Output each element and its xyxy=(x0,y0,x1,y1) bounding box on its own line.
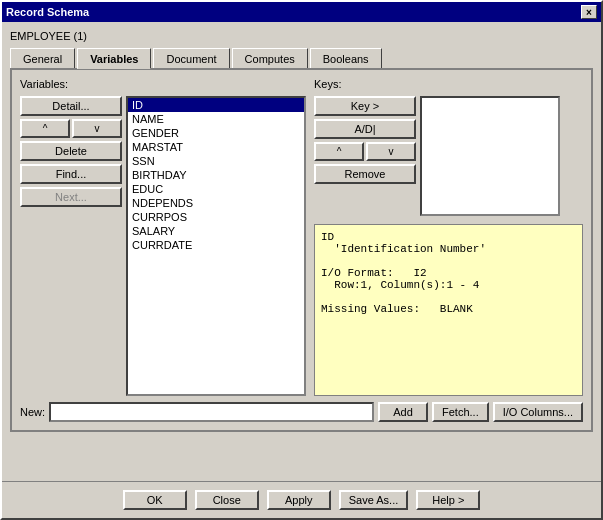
detail-button[interactable]: Detail... xyxy=(20,96,122,116)
ad-button[interactable]: A/D| xyxy=(314,119,416,139)
keys-up-button[interactable]: ^ xyxy=(314,142,364,161)
up-down-row: ^ v xyxy=(20,119,122,138)
keys-down-button[interactable]: v xyxy=(366,142,416,161)
key-button[interactable]: Key > xyxy=(314,96,416,116)
add-button[interactable]: Add xyxy=(378,402,428,422)
apply-button[interactable]: Apply xyxy=(267,490,331,510)
title-bar: Record Schema × xyxy=(2,2,601,22)
close-window-button[interactable]: × xyxy=(581,5,597,19)
left-buttons: Detail... ^ v Delete Find... Next... xyxy=(20,96,122,396)
down-button[interactable]: v xyxy=(72,119,122,138)
delete-button[interactable]: Delete xyxy=(20,141,122,161)
record-schema-window: Record Schema × EMPLOYEE (1) General Var… xyxy=(0,0,603,520)
up-button[interactable]: ^ xyxy=(20,119,70,138)
bottom-area: New: Add Fetch... I/O Columns... xyxy=(20,402,583,422)
io-columns-button[interactable]: I/O Columns... xyxy=(493,402,583,422)
list-item[interactable]: SALARY xyxy=(128,224,304,238)
list-item[interactable]: BIRTHDAY xyxy=(128,168,304,182)
new-label: New: xyxy=(20,406,45,418)
tab-general[interactable]: General xyxy=(10,48,75,69)
list-item[interactable]: CURRDATE xyxy=(128,238,304,252)
tab-content: Variables: Detail... ^ v Delete Find... … xyxy=(10,68,593,432)
keys-list[interactable] xyxy=(420,96,560,216)
list-item[interactable]: NDEPENDS xyxy=(128,196,304,210)
tab-bar: General Variables Document Computes Bool… xyxy=(10,48,593,69)
fetch-button[interactable]: Fetch... xyxy=(432,402,489,422)
save-as-button[interactable]: Save As... xyxy=(339,490,409,510)
ok-button[interactable]: OK xyxy=(123,490,187,510)
list-item[interactable]: MARSTAT xyxy=(128,140,304,154)
keys-buttons: Key > A/D| ^ v Remove xyxy=(314,96,416,216)
list-item[interactable]: CURRPOS xyxy=(128,210,304,224)
remove-button[interactable]: Remove xyxy=(314,164,416,184)
tab-document[interactable]: Document xyxy=(153,48,229,69)
close-button[interactable]: Close xyxy=(195,490,259,510)
new-input[interactable] xyxy=(49,402,374,422)
variables-label: Variables: xyxy=(20,78,306,90)
keys-area: Key > A/D| ^ v Remove xyxy=(314,96,583,216)
subtitle: EMPLOYEE (1) xyxy=(10,30,593,42)
find-button[interactable]: Find... xyxy=(20,164,122,184)
list-item[interactable]: SSN xyxy=(128,154,304,168)
help-button[interactable]: Help > xyxy=(416,490,480,510)
list-item[interactable]: NAME xyxy=(128,112,304,126)
right-panel: Keys: Key > A/D| ^ v Remove xyxy=(314,78,583,396)
tab-booleans[interactable]: Booleans xyxy=(310,48,382,69)
keys-up-down: ^ v xyxy=(314,142,416,161)
variables-list[interactable]: ID NAME GENDER MARSTAT SSN BIRTHDAY EDUC… xyxy=(126,96,306,396)
left-panel: Variables: Detail... ^ v Delete Find... … xyxy=(20,78,306,396)
next-button[interactable]: Next... xyxy=(20,187,122,207)
list-item[interactable]: GENDER xyxy=(128,126,304,140)
list-item[interactable]: ID xyxy=(128,98,304,112)
list-item[interactable]: EDUC xyxy=(128,182,304,196)
info-box: ID 'Identification Number' I/O Format: I… xyxy=(314,224,583,396)
tab-computes[interactable]: Computes xyxy=(232,48,308,69)
footer: OK Close Apply Save As... Help > xyxy=(2,481,601,518)
tab-variables[interactable]: Variables xyxy=(77,48,151,69)
keys-label: Keys: xyxy=(314,78,583,90)
window-title: Record Schema xyxy=(6,6,89,18)
